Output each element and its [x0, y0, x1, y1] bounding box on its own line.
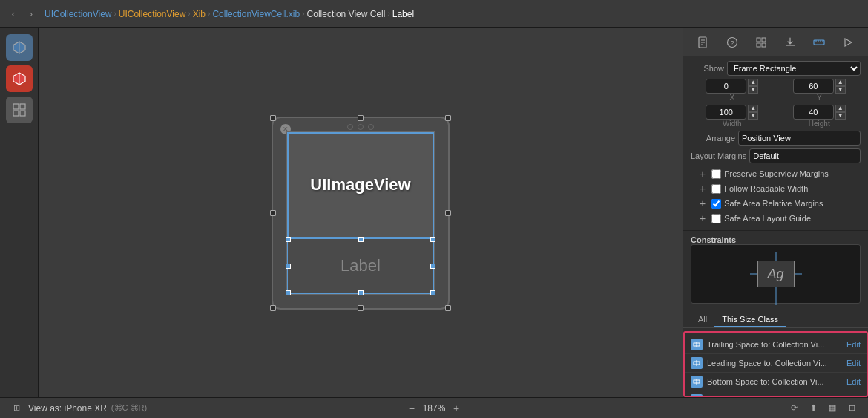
safe-layout-guide-checkbox[interactable]: [711, 214, 721, 223]
frame-handle-tm: [358, 115, 364, 121]
bottom-sidebar-toggle[interactable]: ⊞: [9, 401, 24, 416]
panel-icon-grid[interactable]: [752, 33, 770, 51]
zoom-in-button[interactable]: +: [453, 402, 459, 414]
width-stepper[interactable]: ▲ ▼: [748, 105, 758, 120]
zoom-out-button[interactable]: −: [409, 402, 415, 414]
constraint-top[interactable]: Top Space to: Image View Edit: [685, 391, 867, 397]
panel-icon-ruler[interactable]: [810, 33, 828, 51]
constraint-leading-icon: [691, 357, 703, 369]
fit-button[interactable]: ⟳: [786, 401, 801, 416]
tab-all[interactable]: All: [691, 313, 714, 327]
tab-this-size-class[interactable]: This Size Class: [714, 313, 786, 327]
height-stepper[interactable]: ▲ ▼: [835, 105, 846, 120]
sidebar-icon-cube2[interactable]: [6, 65, 33, 92]
x-input[interactable]: [706, 79, 746, 94]
sel-handle-br: [430, 290, 435, 295]
height-input[interactable]: [793, 105, 834, 120]
width-stepper-down[interactable]: ▼: [748, 112, 758, 120]
breadcrumb-folder[interactable]: UICollectionView: [119, 9, 186, 19]
nav-forward-button[interactable]: ›: [24, 7, 39, 22]
preserve-margins-checkbox[interactable]: [711, 169, 721, 179]
constraint-trailing-icon: [691, 339, 703, 350]
arrange-select[interactable]: Position View: [738, 131, 861, 146]
svg-rect-6: [13, 104, 19, 109]
y-stepper[interactable]: ▲ ▼: [835, 79, 846, 94]
svg-rect-7: [20, 104, 25, 109]
layout-margins-select[interactable]: Default: [749, 148, 861, 163]
sel-handle-tm: [358, 237, 364, 242]
height-stepper-up[interactable]: ▲: [835, 105, 846, 112]
width-input[interactable]: [706, 105, 746, 120]
y-label: Y: [817, 94, 822, 102]
constraints-viz: Ag: [691, 244, 861, 304]
add-safe-area-btn[interactable]: +: [700, 197, 706, 209]
label-area[interactable]: Label: [287, 238, 434, 294]
x-stepper-down[interactable]: ▼: [748, 86, 758, 94]
layout-button[interactable]: ▦: [825, 401, 840, 416]
frame-dot-2: [358, 124, 364, 130]
image-view-area[interactable]: UIImageView: [287, 132, 434, 238]
ag-box: Ag: [757, 261, 795, 287]
bottom-bar-left: ⊞ View as: iPhone XR (⌘C ⌘R): [9, 401, 403, 416]
cell-content: UIImageView Label: [286, 131, 435, 295]
x-stepper-up[interactable]: ▲: [748, 79, 758, 86]
safe-layout-guide-label: Safe Area Layout Guide: [724, 214, 811, 223]
safe-area-margins-checkbox[interactable]: [711, 199, 721, 209]
nav-back-button[interactable]: ‹: [6, 7, 21, 22]
preserve-margins-label: Preserve Superview Margins: [724, 169, 829, 178]
sel-handle-bm: [358, 290, 364, 295]
add-safe-layout-btn[interactable]: +: [700, 212, 706, 224]
svg-rect-16: [757, 38, 760, 42]
svg-rect-18: [757, 43, 760, 47]
arrange-label: Arrange: [691, 134, 735, 143]
breadcrumb-uicollectionview[interactable]: UICollectionView: [45, 9, 112, 19]
svg-rect-8: [13, 111, 19, 116]
breadcrumb-label[interactable]: Label: [392, 9, 414, 19]
size-class-tabs: All This Size Class: [683, 313, 868, 328]
constraint-trailing-text: Trailing Space to: Collection Vi...: [707, 340, 842, 349]
svg-marker-25: [845, 39, 852, 46]
show-select[interactable]: Frame Rectangle: [727, 61, 861, 76]
bottom-bar: ⊞ View as: iPhone XR (⌘C ⌘R) − 187% + ⟳ …: [0, 397, 868, 418]
constraint-trailing[interactable]: Trailing Space to: Collection Vi... Edit: [685, 336, 867, 354]
constraint-bottom-text: Bottom Space to: Collection Vi...: [707, 377, 842, 386]
readable-width-checkbox[interactable]: [711, 184, 721, 194]
panel-icon-play[interactable]: [839, 33, 857, 51]
x-label: X: [729, 94, 734, 102]
share-button[interactable]: ⬆: [806, 401, 821, 416]
constraint-trailing-edit[interactable]: Edit: [846, 340, 861, 349]
canvas-area[interactable]: ✕ UIImageView Label: [39, 28, 683, 397]
breadcrumb-xib-file[interactable]: CollectionViewCell.xib: [212, 9, 300, 19]
y-input[interactable]: [793, 79, 834, 94]
layout-margins-row: Layout Margins Default: [691, 148, 861, 163]
panel-icon-file[interactable]: [694, 33, 712, 51]
main-area: ✕ UIImageView Label: [0, 28, 868, 397]
constraint-leading[interactable]: Leading Space to: Collection Vi... Edit: [685, 354, 867, 373]
bottom-bar-center: − 187% +: [409, 402, 459, 414]
view-as-shortcut: (⌘C ⌘R): [111, 403, 147, 413]
x-stepper[interactable]: ▲ ▼: [748, 79, 758, 94]
constraint-bottom[interactable]: Bottom Space to: Collection Vi... Edit: [685, 373, 867, 391]
y-stepper-down[interactable]: ▼: [835, 86, 846, 94]
width-stepper-up[interactable]: ▲: [748, 105, 758, 112]
panel-icon-download[interactable]: [781, 33, 799, 51]
add-readable-btn[interactable]: +: [700, 183, 706, 195]
expand-button[interactable]: ⊞: [844, 401, 859, 416]
frame-dot-3: [368, 124, 374, 130]
y-stepper-up[interactable]: ▲: [835, 79, 846, 86]
height-stepper-down[interactable]: ▼: [835, 112, 846, 120]
sidebar-icon-grid[interactable]: [6, 97, 33, 123]
show-row: Show Frame Rectangle: [691, 61, 861, 76]
zoom-level-text: 187%: [421, 403, 447, 414]
constraint-bottom-icon: [691, 376, 703, 388]
breadcrumb-cell[interactable]: Collection View Cell: [307, 9, 386, 19]
add-preserve-btn[interactable]: +: [700, 168, 706, 180]
panel-icon-help[interactable]: ?: [723, 33, 741, 51]
width-label: Width: [723, 120, 742, 128]
constraint-bottom-edit[interactable]: Edit: [846, 377, 861, 386]
sidebar-icon-cube[interactable]: [6, 34, 33, 61]
breadcrumb-xib[interactable]: Xib: [193, 9, 206, 19]
sel-handle-tr: [430, 237, 435, 242]
constraint-leading-edit[interactable]: Edit: [846, 359, 861, 368]
svg-rect-9: [20, 111, 25, 116]
